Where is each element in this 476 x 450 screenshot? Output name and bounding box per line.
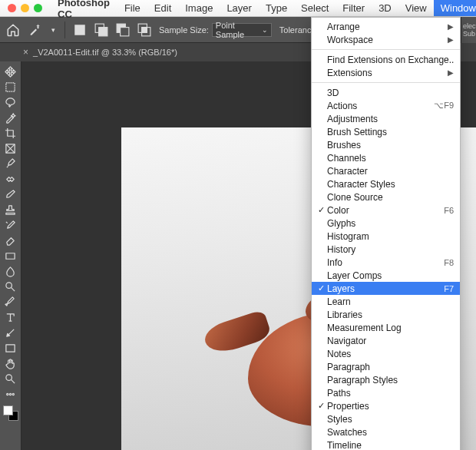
dots-tool[interactable]: [2, 386, 20, 402]
hand-tool[interactable]: [2, 356, 20, 371]
menu-item-measurement-log[interactable]: Measurement Log: [312, 321, 460, 334]
add-selection-icon[interactable]: [94, 23, 108, 37]
menu-item-layer-comps[interactable]: Layer Comps: [312, 269, 460, 282]
menu-item-label: Timeline: [326, 440, 454, 451]
wand-tool-icon[interactable]: [28, 23, 41, 37]
menu-3d[interactable]: 3D: [372, 0, 398, 16]
menu-item-histogram[interactable]: Histogram: [312, 230, 460, 243]
brush-tool[interactable]: [2, 187, 20, 202]
menu-item-3d[interactable]: 3D: [312, 86, 460, 99]
heal-tool[interactable]: [2, 171, 20, 187]
menu-select[interactable]: Select: [294, 0, 336, 16]
menu-item-timeline[interactable]: Timeline: [312, 438, 460, 450]
menu-item-paths[interactable]: Paths: [312, 386, 460, 399]
menu-item-learn[interactable]: Learn: [312, 295, 460, 308]
shortcut-label: F6: [444, 206, 454, 215]
home-icon[interactable]: [6, 23, 20, 37]
menu-item-navigator[interactable]: Navigator: [312, 334, 460, 347]
menu-item-libraries[interactable]: Libraries: [312, 308, 460, 321]
menu-edit[interactable]: Edit: [147, 0, 178, 16]
window-menu-dropdown: Arrange▶Workspace▶Find Extensions on Exc…: [311, 17, 461, 450]
menu-item-glyphs[interactable]: Glyphs: [312, 217, 460, 230]
menu-item-workspace[interactable]: Workspace▶: [312, 33, 460, 46]
gradient-tool[interactable]: [2, 248, 20, 263]
intersect-selection-icon[interactable]: [137, 23, 151, 37]
close-tab-icon[interactable]: ×: [23, 47, 28, 58]
wand-tool[interactable]: [2, 110, 20, 125]
menu-item-label: Character: [326, 166, 454, 177]
chevron-down-icon[interactable]: ▾: [49, 23, 57, 37]
menu-image[interactable]: Image: [178, 0, 220, 16]
menu-file[interactable]: File: [117, 0, 147, 16]
menu-item-label: Brushes: [326, 140, 454, 151]
menu-item-actions[interactable]: Actions⌥F9: [312, 99, 460, 112]
menu-item-label: Learn: [326, 296, 454, 307]
app-title: Photoshop CC: [50, 0, 117, 20]
menu-item-layers[interactable]: ✓LayersF7: [312, 282, 460, 295]
menu-item-brushes[interactable]: Brushes: [312, 138, 460, 151]
menu-item-brush-settings[interactable]: Brush Settings: [312, 125, 460, 138]
crop-tool[interactable]: [2, 125, 20, 141]
menubar: Photoshop CC FileEditImageLayerTypeSelec…: [0, 0, 476, 17]
frame-tool[interactable]: [2, 141, 20, 156]
menu-item-info[interactable]: InfoF8: [312, 256, 460, 269]
minimize-window-icon[interactable]: [21, 4, 29, 12]
menu-item-styles[interactable]: Styles: [312, 412, 460, 425]
menu-separator: [312, 49, 460, 50]
path-tool[interactable]: [2, 325, 20, 340]
menu-window[interactable]: Window: [434, 0, 476, 16]
menu-item-character[interactable]: Character: [312, 164, 460, 177]
document-tab-title: _V2A0011-Edit.tif @ 33.3% (RGB/16*): [33, 48, 177, 57]
marquee-tool[interactable]: [2, 79, 20, 94]
menu-filter[interactable]: Filter: [336, 0, 372, 16]
menu-item-find-extensions-on-exchange[interactable]: Find Extensions on Exchange...: [312, 53, 460, 66]
dodge-tool[interactable]: [2, 279, 20, 294]
rect-tool[interactable]: [2, 340, 20, 356]
menu-item-character-styles[interactable]: Character Styles: [312, 177, 460, 190]
toolbox: [0, 61, 21, 450]
menu-item-clone-source[interactable]: Clone Source: [312, 190, 460, 203]
menu-item-label: Glyphs: [326, 218, 454, 229]
svg-rect-7: [142, 27, 147, 32]
document-tab[interactable]: × _V2A0011-Edit.tif @ 33.3% (RGB/16*): [18, 47, 182, 58]
menu-item-history[interactable]: History: [312, 243, 460, 256]
select-subject-button[interactable]: elect Sub: [461, 17, 476, 43]
menu-item-adjustments[interactable]: Adjustments: [312, 112, 460, 125]
menu-item-arrange[interactable]: Arrange▶: [312, 20, 460, 33]
menu-item-notes[interactable]: Notes: [312, 347, 460, 360]
menu-item-paragraph[interactable]: Paragraph: [312, 360, 460, 373]
menu-item-label: Layer Comps: [326, 270, 454, 281]
menu-type[interactable]: Type: [259, 0, 294, 16]
subtract-selection-icon[interactable]: [116, 23, 130, 37]
menu-item-label: Extensions: [326, 68, 448, 78]
history-tool[interactable]: [2, 217, 20, 233]
stamp-tool[interactable]: [2, 202, 20, 217]
menu-item-extensions[interactable]: Extensions▶: [312, 66, 460, 79]
close-window-icon[interactable]: [8, 4, 16, 12]
move-tool[interactable]: [2, 64, 20, 79]
type-tool[interactable]: [2, 309, 20, 325]
menu-item-label: Clone Source: [326, 192, 454, 203]
menu-item-swatches[interactable]: Swatches: [312, 425, 460, 438]
sample-size-select[interactable]: Point Sample⌄: [212, 23, 272, 37]
menu-view[interactable]: View: [398, 0, 434, 16]
menu-layer[interactable]: Layer: [220, 0, 259, 16]
menu-separator: [312, 82, 460, 83]
menu-item-paragraph-styles[interactable]: Paragraph Styles: [312, 373, 460, 386]
zoom-tool[interactable]: [2, 371, 20, 386]
menu-item-properties[interactable]: ✓Properties: [312, 399, 460, 412]
zoom-window-icon[interactable]: [34, 4, 42, 12]
new-selection-icon[interactable]: [73, 23, 87, 37]
eyedrop-tool[interactable]: [2, 156, 20, 171]
menu-item-color[interactable]: ✓ColorF6: [312, 203, 460, 217]
svg-point-15: [9, 393, 11, 395]
blur-tool[interactable]: [2, 263, 20, 279]
menu-item-label: Paragraph Styles: [326, 375, 454, 385]
menu-item-channels[interactable]: Channels: [312, 151, 460, 164]
menu-item-label: Color: [326, 205, 444, 216]
menu-item-label: Paragraph: [326, 362, 454, 372]
foreground-background-colors[interactable]: [2, 404, 20, 422]
lasso-tool[interactable]: [2, 94, 20, 110]
pen-tool[interactable]: [2, 294, 20, 309]
eraser-tool[interactable]: [2, 233, 20, 248]
